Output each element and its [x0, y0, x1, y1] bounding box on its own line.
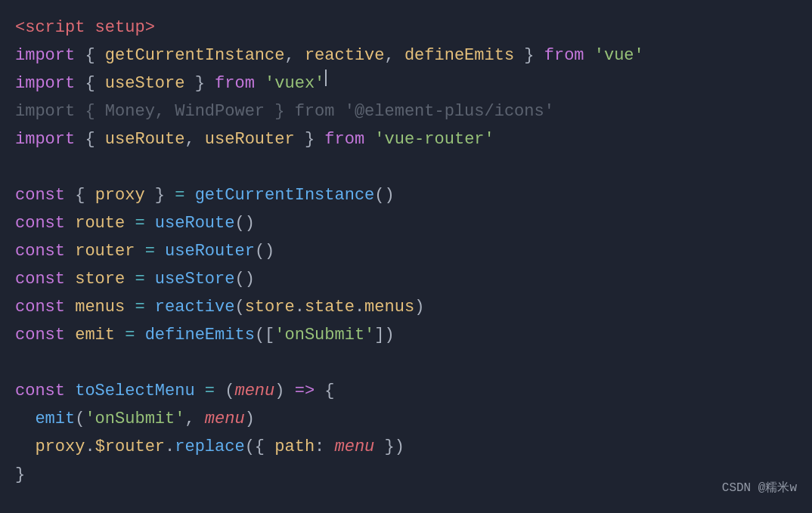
code-line-17: }	[15, 461, 797, 489]
code-line-13	[15, 349, 797, 377]
code-line-16: proxy . $router . replace ({ path : menu…	[15, 433, 797, 461]
keyword-import: import	[15, 42, 75, 70]
code-line-15: emit ( 'onSubmit' , menu )	[15, 405, 797, 433]
code-editor: <script setup> import { getCurrentInstan…	[0, 0, 812, 513]
text-cursor	[325, 70, 327, 86]
code-line-6	[15, 153, 797, 181]
code-line-11: const menus = reactive ( store . state .…	[15, 293, 797, 321]
code-line-5: import { useRoute , useRouter } from 'vu…	[15, 125, 797, 153]
code-line-4: import { Money, WindPower } from '@eleme…	[15, 97, 797, 125]
code-line-2: import { getCurrentInstance , reactive ,…	[15, 42, 797, 70]
code-line-10: const store = useStore ()	[15, 265, 797, 293]
code-line-12: const emit = defineEmits ([ 'onSubmit' ]…	[15, 321, 797, 349]
code-line-3: import { useStore } from 'vuex'	[15, 70, 797, 97]
code-line-14: const toSelectMenu = ( menu ) => {	[15, 377, 797, 405]
watermark: CSDN @糯米w	[722, 474, 797, 502]
code-line-8: const route = useRoute ()	[15, 209, 797, 237]
code-line-9: const router = useRouter ()	[15, 237, 797, 265]
code-line-1: <script setup>	[15, 14, 797, 42]
tag-open: <script setup>	[15, 14, 155, 42]
code-line-7: const { proxy } = getCurrentInstance ()	[15, 181, 797, 209]
